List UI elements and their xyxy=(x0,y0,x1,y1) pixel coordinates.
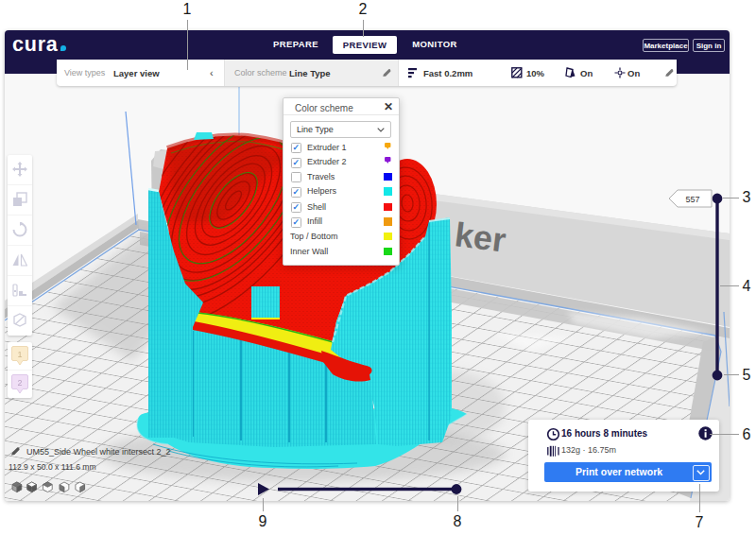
svg-text:112.9 x 50.0 x 111.6 mm: 112.9 x 50.0 x 111.6 mm xyxy=(9,462,96,472)
svg-text:UM55_Side Wheel white intersec: UM55_Side Wheel white intersect 2_2 xyxy=(26,447,171,457)
svg-text:ker: ker xyxy=(453,215,508,259)
svg-text:557: 557 xyxy=(685,195,699,204)
svg-text:2: 2 xyxy=(17,378,22,388)
svg-text:1: 1 xyxy=(17,350,22,359)
